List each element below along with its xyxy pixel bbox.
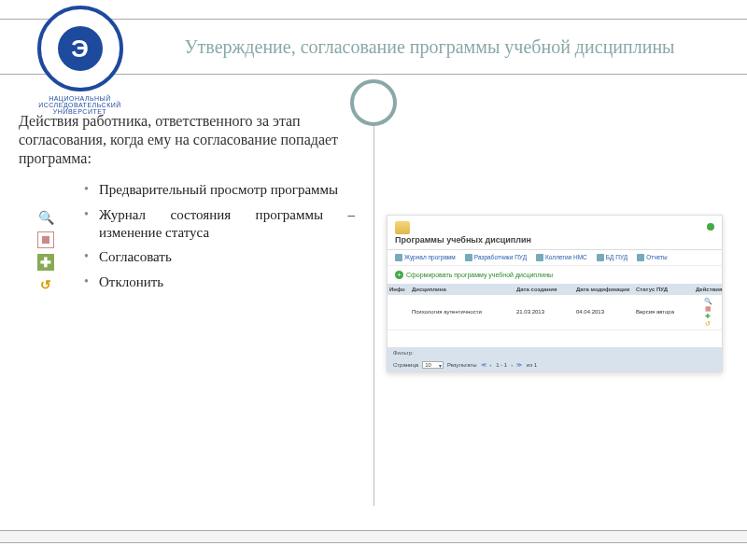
tab-icon xyxy=(597,254,604,261)
action-plus-icon[interactable]: ✚ xyxy=(705,313,711,319)
screenshot-title: Программы учебных дисциплин xyxy=(395,236,714,245)
results-range: 1 - 1 xyxy=(496,362,507,368)
row-info-icon xyxy=(388,309,410,315)
row-actions: 🔍 ▦ ✚ ↺ xyxy=(694,295,722,329)
results-of: из 1 xyxy=(527,362,537,368)
bullet-item: Предварительный просмотр программы xyxy=(84,181,355,199)
slide: Э НАЦИОНАЛЬНЫЙ ИССЛЕДОВАТЕЛЬСКИЙ УНИВЕРС… xyxy=(0,0,747,560)
table-header: Инфо Дисциплина Дата создания Дата модиф… xyxy=(388,284,722,295)
bullet-item: Отклонить xyxy=(84,273,355,291)
col-discipline: Дисциплина xyxy=(410,284,514,295)
logo-monogram: Э xyxy=(58,26,103,71)
plus-icon: ✚ xyxy=(37,254,54,271)
calendar-icon xyxy=(37,231,54,248)
search-icon: 🔍 xyxy=(37,209,54,226)
folder-icon xyxy=(395,221,410,234)
page-label: Страница xyxy=(393,362,418,368)
screenshot-header: Программы учебных дисциплин xyxy=(388,216,722,249)
bullet-list: Предварительный просмотр программы Журна… xyxy=(84,181,355,291)
logo-caption: НАЦИОНАЛЬНЫЙ ИССЛЕДОВАТЕЛЬСКИЙ УНИВЕРСИТ… xyxy=(17,95,143,115)
footer-band xyxy=(0,530,747,543)
ornament-circle xyxy=(350,79,397,126)
filter-bar: Фильтр: xyxy=(388,347,722,358)
page-select[interactable]: 10 xyxy=(422,361,444,369)
refresh-arrow-icon: ↺ xyxy=(37,276,54,293)
row-modified: 04.04.2013 xyxy=(574,306,634,317)
tab-journal[interactable]: Журнал программ xyxy=(395,254,456,261)
row-created: 21.03.2013 xyxy=(514,306,574,317)
intro-text: Действия работника, ответственного за эт… xyxy=(19,112,355,168)
col-info: Инфо xyxy=(388,284,410,295)
pager-next-icon[interactable]: › ≫ xyxy=(511,361,523,368)
col-modified: Дата модификации xyxy=(574,284,634,295)
row-discipline: Психология аутентичности xyxy=(410,306,514,317)
action-cal-icon[interactable]: ▦ xyxy=(705,305,712,312)
row-status: Версия автора xyxy=(634,306,694,317)
slide-title: Утверждение, согласование программы учеб… xyxy=(184,35,674,58)
results-label: Результаты xyxy=(447,362,477,368)
table-row[interactable]: Психология аутентичности 21.03.2013 04.0… xyxy=(388,295,722,330)
tab-bar: Журнал программ Разработчики ПУД Коллеги… xyxy=(388,249,722,265)
bullet-item: Согласовать xyxy=(84,248,355,266)
filter-label: Фильтр: xyxy=(393,350,414,356)
tab-icon xyxy=(536,254,543,261)
pager-bar: Страница 10 Результаты ≪ ‹ 1 - 1 › ≫ из … xyxy=(388,358,722,371)
left-column: Действия работника, ответственного за эт… xyxy=(19,112,355,299)
col-status: Статус ПУД xyxy=(634,284,694,295)
right-column: Программы учебных дисциплин Журнал прогр… xyxy=(387,215,723,372)
tab-reports[interactable]: Отчеты xyxy=(637,254,667,261)
tab-developers[interactable]: Разработчики ПУД xyxy=(465,254,527,261)
action-arrow-icon[interactable]: ↺ xyxy=(705,320,711,327)
icon-strip: 🔍 ✚ ↺ xyxy=(37,209,65,299)
action-search-icon[interactable]: 🔍 xyxy=(704,298,712,304)
tab-icon xyxy=(395,254,402,261)
university-logo: Э НАЦИОНАЛЬНЫЙ ИССЛЕДОВАТЕЛЬСКИЙ УНИВЕРС… xyxy=(17,6,143,115)
bullet-item: Журнал состояния программы – изменение с… xyxy=(84,206,355,242)
create-program-link[interactable]: +Сформировать программу учебной дисципли… xyxy=(388,265,722,284)
app-screenshot: Программы учебных дисциплин Журнал прогр… xyxy=(387,215,723,372)
tab-collegium[interactable]: Коллегии НМС xyxy=(536,254,587,261)
vertical-divider xyxy=(374,105,374,506)
pager-prev-icon[interactable]: ≪ ‹ xyxy=(481,361,493,368)
tab-db[interactable]: БД ПУД xyxy=(597,254,627,261)
col-created: Дата создания xyxy=(514,284,574,295)
logo-circle: Э xyxy=(37,6,123,91)
status-dot-icon xyxy=(707,223,714,231)
col-actions: Действия xyxy=(694,284,722,295)
plus-circle-icon: + xyxy=(395,271,403,279)
tab-icon xyxy=(637,254,644,261)
tab-icon xyxy=(465,254,472,261)
